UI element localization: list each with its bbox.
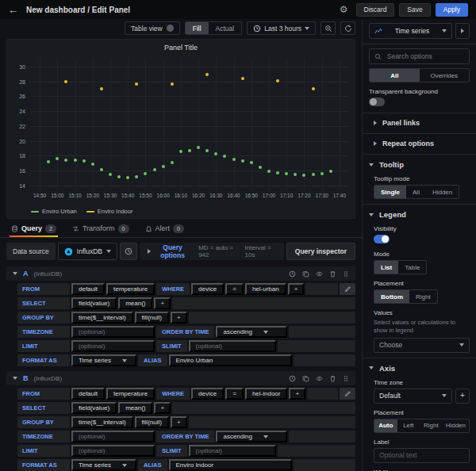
legend-placement-bottom-option[interactable]: Bottom bbox=[374, 290, 409, 303]
query-history-button[interactable] bbox=[289, 375, 296, 382]
apply-button[interactable]: Apply bbox=[436, 3, 468, 17]
where-operator-segment[interactable]: = bbox=[225, 388, 244, 400]
panel-preview[interactable]: Panel Title 141618202224262830 14:5015:0… bbox=[6, 39, 355, 218]
select-field-segment[interactable]: field(value) bbox=[71, 297, 117, 309]
select-aggregate-segment[interactable]: mean() bbox=[118, 297, 152, 309]
add-group-by-button[interactable]: + bbox=[171, 416, 187, 428]
panel-links-section[interactable]: Panel links bbox=[369, 113, 470, 128]
slimit-input[interactable]: (optional) bbox=[189, 445, 276, 457]
legend-item[interactable]: Enviro Urban bbox=[31, 208, 77, 215]
disable-query-button[interactable] bbox=[316, 270, 323, 278]
axis-placement-auto-option[interactable]: Auto bbox=[374, 419, 397, 432]
select-field-segment[interactable]: field(value) bbox=[71, 402, 117, 414]
group-by-time-segment[interactable]: time($__interval) bbox=[71, 416, 133, 428]
where-key-segment[interactable]: device bbox=[191, 283, 224, 295]
slimit-input[interactable]: (optional) bbox=[189, 340, 276, 352]
order-by-time-select[interactable]: ascending bbox=[216, 431, 287, 442]
group-by-fill-segment[interactable]: fill(null) bbox=[135, 312, 169, 324]
add-condition-button[interactable]: + bbox=[289, 388, 305, 400]
drag-handle[interactable] bbox=[343, 375, 349, 382]
limit-input[interactable]: (optional) bbox=[71, 340, 155, 352]
legend-mode-list-option[interactable]: List bbox=[374, 261, 398, 274]
format-as-select[interactable]: Time series bbox=[71, 459, 136, 471]
alias-input[interactable]: Enviro Urban bbox=[169, 354, 292, 366]
where-value-segment[interactable]: hel-indoor bbox=[245, 388, 288, 400]
tooltip-single-option[interactable]: Single bbox=[374, 186, 406, 198]
format-as-select[interactable]: Time series bbox=[71, 354, 136, 366]
where-operator-segment[interactable]: = bbox=[225, 283, 244, 295]
transparent-background-toggle[interactable] bbox=[369, 98, 385, 106]
collapse-options-button[interactable] bbox=[455, 23, 470, 39]
add-group-by-button[interactable]: + bbox=[171, 312, 187, 324]
time-range-picker[interactable]: Last 3 hours bbox=[247, 21, 316, 35]
tab-transform[interactable]: Transform 0 bbox=[71, 220, 131, 237]
legend-mode-table-option[interactable]: Table bbox=[398, 261, 426, 274]
tab-alert[interactable]: Alert 0 bbox=[144, 220, 186, 237]
group-by-time-segment[interactable]: time($__interval) bbox=[71, 312, 133, 324]
where-key-segment[interactable]: device bbox=[191, 388, 224, 400]
visualization-picker[interactable]: Time series bbox=[369, 23, 452, 39]
order-by-time-select[interactable]: ascending bbox=[216, 326, 287, 338]
actual-button[interactable]: Actual bbox=[209, 22, 242, 34]
back-button[interactable]: ← bbox=[8, 5, 18, 15]
axis-timezone-select[interactable]: Default bbox=[374, 389, 452, 404]
table-view-toggle[interactable]: Table view bbox=[125, 21, 180, 35]
from-measurement-segment[interactable]: temperature bbox=[106, 388, 155, 400]
edit-query-button[interactable] bbox=[340, 388, 355, 400]
timezone-input[interactable]: (optional) bbox=[71, 326, 155, 338]
duplicate-query-button[interactable] bbox=[302, 375, 309, 382]
query-b-header[interactable]: B (InfluxDB) bbox=[6, 371, 355, 385]
chevron-down-icon bbox=[122, 359, 127, 362]
discard-button[interactable]: Discard bbox=[356, 3, 395, 17]
axis-placement-left-option[interactable]: Left bbox=[397, 419, 420, 432]
select-aggregate-segment[interactable]: mean() bbox=[118, 402, 152, 414]
limit-input[interactable]: (optional) bbox=[71, 445, 155, 457]
query-a-header[interactable]: A (InfluxDB) bbox=[6, 266, 355, 281]
axis-placement-right-option[interactable]: Right bbox=[420, 419, 443, 432]
axis-placement-hidden-option[interactable]: Hidden bbox=[443, 419, 469, 432]
query-history-button[interactable] bbox=[289, 270, 296, 278]
duplicate-query-button[interactable] bbox=[302, 270, 309, 278]
add-select-button[interactable]: + bbox=[154, 297, 171, 309]
tab-all[interactable]: All bbox=[370, 69, 420, 82]
from-policy-segment[interactable]: default bbox=[71, 388, 105, 400]
format-as-label: FORMAT AS bbox=[17, 459, 70, 471]
tooltip-section-header[interactable]: Tooltip bbox=[369, 155, 470, 170]
add-condition-button[interactable]: + bbox=[288, 283, 305, 295]
legend-section-header[interactable]: Legend bbox=[369, 205, 470, 220]
disable-query-button[interactable] bbox=[316, 375, 323, 382]
query-history-button[interactable] bbox=[120, 243, 137, 260]
query-options-toggle[interactable]: Query options bbox=[148, 243, 190, 259]
from-policy-segment[interactable]: default bbox=[71, 283, 105, 295]
settings-button[interactable]: ⚙ bbox=[336, 5, 351, 14]
axis-label-input[interactable] bbox=[374, 448, 470, 463]
zoom-out-button[interactable] bbox=[321, 21, 336, 35]
where-value-segment[interactable]: hel-urban bbox=[245, 283, 286, 295]
datasource-picker[interactable]: InfluxDB bbox=[58, 243, 117, 260]
tooltip-all-option[interactable]: All bbox=[406, 186, 426, 198]
delete-query-button[interactable] bbox=[329, 270, 336, 278]
legend-item[interactable]: Enviro Indoor bbox=[86, 208, 133, 215]
add-select-button[interactable]: + bbox=[154, 402, 171, 414]
fill-button[interactable]: Fill bbox=[186, 22, 209, 34]
search-options-input[interactable] bbox=[386, 52, 464, 61]
delete-query-button[interactable] bbox=[329, 375, 336, 382]
repeat-options-section[interactable]: Repeat options bbox=[369, 134, 470, 149]
tooltip-hidden-option[interactable]: Hidden bbox=[426, 186, 459, 198]
refresh-button[interactable] bbox=[340, 21, 355, 35]
save-button[interactable]: Save bbox=[399, 3, 430, 17]
legend-values-select[interactable]: Choose bbox=[374, 338, 470, 353]
group-by-fill-segment[interactable]: fill(null) bbox=[135, 416, 169, 428]
add-timezone-button[interactable]: + bbox=[455, 389, 470, 404]
legend-visibility-toggle[interactable] bbox=[374, 235, 390, 243]
tab-overrides[interactable]: Overrides bbox=[420, 69, 470, 82]
drag-handle[interactable] bbox=[343, 270, 349, 278]
timezone-input[interactable]: (optional) bbox=[71, 431, 155, 442]
from-measurement-segment[interactable]: temperature bbox=[106, 283, 155, 295]
alias-input[interactable]: Enviro Indoor bbox=[169, 459, 292, 471]
tab-query[interactable]: Query 2 bbox=[10, 220, 58, 237]
legend-placement-right-option[interactable]: Right bbox=[409, 290, 437, 303]
axis-section-header[interactable]: Axis bbox=[369, 358, 470, 373]
query-inspector-button[interactable]: Query inspector bbox=[286, 243, 355, 260]
edit-query-button[interactable] bbox=[340, 283, 355, 295]
